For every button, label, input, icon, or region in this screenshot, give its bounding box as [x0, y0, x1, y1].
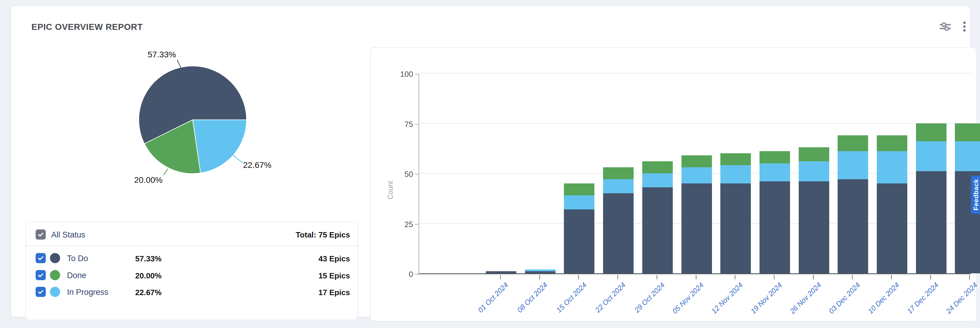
y-axis-tick-label: 100 — [392, 70, 413, 79]
y-axis-tick-label: 0 — [392, 270, 413, 279]
x-axis-date-label: 22 Oct 2024 — [594, 281, 627, 314]
bar-segment-to-do[interactable] — [838, 179, 868, 273]
x-axis-date-label: 19 Nov 2024 — [749, 281, 784, 315]
x-axis-date-label: 10 Dec 2024 — [866, 281, 901, 315]
bar-segment-done[interactable] — [603, 167, 633, 179]
x-axis-tick-mark — [539, 275, 540, 279]
bar-segment-done[interactable] — [642, 161, 673, 173]
kebab-menu-icon — [958, 20, 971, 33]
status-pie-chart: 57.33%20.00%22.67% — [113, 39, 298, 200]
y-axis-title: Count — [387, 181, 395, 199]
epic-overview-card: EPIC OVERVIEW REPORT 57.33%20.00%22.67% … — [11, 5, 971, 317]
bar-segment-done[interactable] — [564, 184, 594, 195]
bar-segment-to-do[interactable] — [525, 271, 555, 273]
legend-percent: 22.67% — [135, 288, 162, 297]
inprogress-color-swatch — [50, 287, 60, 297]
x-axis-tick-mark — [813, 275, 814, 279]
bar-segment-to-do[interactable] — [916, 171, 947, 273]
x-axis-date-label: 17 Dec 2024 — [905, 281, 940, 315]
bar-segment-to-do[interactable] — [720, 184, 751, 274]
pie-percent-label: 22.67% — [243, 160, 272, 170]
legend-count: 17 Epics — [318, 288, 350, 297]
bar-segment-in-progress[interactable] — [642, 173, 673, 187]
legend-label: In Progress — [67, 288, 108, 297]
y-axis-tick-label: 75 — [392, 120, 413, 129]
bar-segment-in-progress[interactable] — [838, 151, 868, 179]
bar-segment-to-do[interactable] — [877, 184, 907, 274]
bar-segment-to-do[interactable] — [759, 181, 790, 273]
bar-segment-in-progress[interactable] — [877, 151, 907, 183]
bar-segment-in-progress[interactable] — [603, 179, 633, 193]
epic-trend-bar-chart-card: Count 025507510001 Oct 202408 Oct 202415… — [370, 47, 977, 322]
more-options-icon[interactable] — [957, 19, 972, 34]
x-axis-tick-mark — [774, 275, 775, 279]
y-axis-tick-mark — [415, 274, 418, 274]
bar-segment-done[interactable] — [799, 147, 829, 161]
x-axis-date-label: 05 Nov 2024 — [671, 281, 705, 315]
status-legend-card: All Status Total: 75 Epics To Do 57.33% … — [25, 222, 358, 320]
page-title: EPIC OVERVIEW REPORT — [32, 22, 143, 32]
x-axis-tick-mark — [852, 275, 853, 279]
pie-label-leader-line — [233, 155, 243, 163]
bar-segment-in-progress[interactable] — [720, 165, 751, 183]
total-epics-label: Total: 75 Epics — [296, 230, 350, 239]
bar-segment-done[interactable] — [916, 124, 947, 141]
bar-segment-done[interactable] — [838, 135, 868, 151]
bar-segment-in-progress[interactable] — [525, 269, 555, 271]
feedback-label: Feedback — [972, 179, 980, 211]
x-axis-date-label: 01 Oct 2024 — [477, 281, 510, 314]
legend-label: To Do — [67, 254, 88, 263]
x-axis-tick-mark — [891, 275, 892, 279]
check-icon — [37, 231, 44, 238]
inprogress-checkbox[interactable] — [36, 287, 46, 297]
bar-segment-to-do[interactable] — [642, 187, 673, 273]
bar-segment-to-do[interactable] — [603, 193, 633, 273]
x-axis-date-label: 03 Dec 2024 — [827, 281, 862, 315]
x-axis-date-label: 26 Nov 2024 — [788, 281, 822, 315]
x-axis-tick-mark — [500, 275, 501, 279]
gridline-100 — [419, 73, 971, 73]
pie-slice-in-progress[interactable] — [192, 120, 247, 173]
bar-segment-done[interactable] — [955, 124, 980, 141]
bar-segment-in-progress[interactable] — [681, 167, 712, 184]
bar-segment-to-do[interactable] — [564, 209, 594, 273]
x-axis-tick-mark — [735, 275, 735, 279]
gridline-75 — [419, 123, 971, 124]
bar-segment-in-progress[interactable] — [955, 141, 980, 171]
x-axis-tick-mark — [969, 275, 970, 279]
x-axis-date-label: 29 Oct 2024 — [633, 281, 666, 314]
legend-label: Done — [67, 271, 86, 280]
bar-segment-to-do[interactable] — [486, 271, 516, 273]
all-status-checkbox[interactable] — [36, 230, 46, 239]
y-axis-tick-mark — [415, 74, 418, 74]
done-color-swatch — [50, 270, 60, 280]
legend-percent: 20.00% — [135, 271, 162, 280]
bar-segment-to-do[interactable] — [681, 184, 712, 274]
y-axis-tick-mark — [415, 174, 418, 174]
bar-segment-done[interactable] — [720, 153, 751, 165]
pie-label-leader-line — [164, 169, 168, 175]
feedback-button[interactable]: Feedback — [971, 176, 980, 214]
pie-percent-label: 20.00% — [134, 175, 163, 185]
bar-segment-in-progress[interactable] — [916, 141, 947, 171]
done-checkbox[interactable] — [36, 270, 46, 280]
y-axis-tick-mark — [415, 124, 418, 125]
check-icon — [37, 271, 44, 279]
bar-segment-done[interactable] — [681, 155, 712, 167]
bar-chart-plot-area — [418, 74, 971, 274]
sliders-icon — [939, 20, 952, 33]
y-axis-tick-label: 50 — [392, 170, 413, 179]
todo-checkbox[interactable] — [36, 253, 46, 263]
x-axis-tick-mark — [617, 275, 618, 279]
bar-segment-done[interactable] — [759, 151, 790, 163]
bar-segment-to-do[interactable] — [799, 181, 829, 273]
x-axis-date-label: 08 Oct 2024 — [515, 281, 549, 314]
check-icon — [37, 255, 44, 262]
todo-color-swatch — [50, 253, 60, 263]
filter-settings-icon[interactable] — [938, 19, 953, 34]
x-axis-date-label: 12 Nov 2024 — [710, 281, 745, 315]
bar-segment-in-progress[interactable] — [799, 161, 829, 181]
bar-segment-done[interactable] — [877, 135, 907, 151]
bar-segment-in-progress[interactable] — [564, 195, 594, 209]
bar-segment-in-progress[interactable] — [759, 163, 790, 181]
